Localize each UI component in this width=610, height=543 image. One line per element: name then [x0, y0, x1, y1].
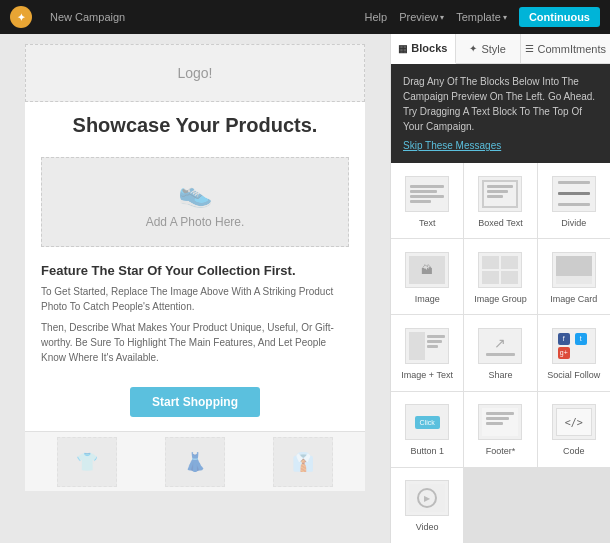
bottom-thumb-1: 👕	[57, 437, 117, 487]
template-dropdown[interactable]: Template ▾	[456, 11, 507, 23]
block-video-label: Video	[416, 522, 439, 532]
commitments-tab-icon: ☰	[525, 43, 534, 54]
email-bottom-section: 👕 👗 👔	[25, 431, 365, 491]
block-code[interactable]: </> Code	[538, 392, 610, 467]
line-4	[410, 200, 430, 203]
block-share[interactable]: ↗ Share	[464, 315, 536, 390]
block-image-group[interactable]: Image Group	[464, 239, 536, 314]
play-icon: ▶	[417, 488, 437, 508]
new-campaign-button[interactable]: New Campaign	[44, 9, 131, 25]
email-cta-section: Start Shopping	[25, 379, 365, 431]
it-image	[409, 332, 425, 360]
video-preview: ▶	[405, 480, 449, 516]
block-button[interactable]: Click Button 1	[391, 392, 463, 467]
block-image-label: Image	[415, 294, 440, 304]
footer-preview	[478, 404, 522, 440]
text-preview	[405, 176, 449, 212]
panel-tabs: ▦ Blocks ✦ Style ☰ CommItments	[391, 34, 610, 64]
googleplus-icon: g+	[558, 347, 570, 359]
cta-button[interactable]: Start Shopping	[130, 387, 260, 417]
headline-text: Showcase Your Products.	[73, 114, 318, 136]
skip-messages-link[interactable]: Skip These Messages	[403, 140, 501, 151]
block-image-card[interactable]: Image Card	[538, 239, 610, 314]
preview-dropdown[interactable]: Preview ▾	[399, 11, 444, 23]
block-image-text[interactable]: Image + Text	[391, 315, 463, 390]
block-image-text-label: Image + Text	[401, 370, 453, 380]
block-boxed-label: Boxed Text	[478, 218, 522, 228]
block-boxed-text[interactable]: Boxed Text	[464, 163, 536, 238]
block-image[interactable]: 🏔 Image	[391, 239, 463, 314]
image-group-preview	[478, 252, 522, 288]
twitter-icon: t	[575, 333, 587, 345]
divide-line-3	[558, 203, 590, 206]
it-line-2	[427, 340, 441, 343]
block-image-card-label: Image Card	[550, 294, 597, 304]
blocks-grid: Text Boxed Text	[391, 163, 610, 543]
image-text-preview	[405, 328, 449, 364]
main-layout: Logo! Showcase Your Products. 👟 Add A Ph…	[0, 34, 610, 543]
tab-blocks-label: Blocks	[411, 42, 447, 54]
share-arrow-icon: ↗	[494, 335, 506, 351]
email-photo-section: 👟 Add A Photo Here.	[41, 157, 349, 247]
block-footer[interactable]: Footer*	[464, 392, 536, 467]
preview-label: Preview	[399, 11, 438, 23]
footer-line-1	[486, 412, 514, 415]
it-text	[427, 332, 445, 360]
boxed-line-3	[487, 195, 503, 198]
text-preview-lines	[406, 181, 448, 207]
block-divide[interactable]: Divide	[538, 163, 610, 238]
body-heading: Feature The Star Of Your Collection Firs…	[41, 263, 349, 278]
email-logo-section: Logo!	[25, 44, 365, 102]
template-label: Template	[456, 11, 501, 23]
boxed-line-1	[487, 185, 513, 188]
block-button-label: Button 1	[410, 446, 444, 456]
logo-symbol: ✦	[17, 12, 25, 23]
share-line	[486, 353, 515, 356]
image-card-preview	[552, 252, 596, 288]
img-small-1	[482, 256, 499, 269]
email-content: Logo! Showcase Your Products. 👟 Add A Ph…	[25, 44, 365, 491]
template-chevron-icon: ▾	[503, 13, 507, 22]
boxed-preview	[478, 176, 522, 212]
code-preview-box: </>	[556, 408, 592, 436]
continuous-button[interactable]: Continuous	[519, 7, 600, 27]
block-text-label: Text	[419, 218, 436, 228]
share-preview-box: ↗	[482, 335, 518, 356]
code-preview: </>	[552, 404, 596, 440]
img-small-3	[482, 271, 499, 284]
img-small-2	[501, 256, 518, 269]
line-1	[410, 185, 444, 188]
right-panel: ▦ Blocks ✦ Style ☰ CommItments Drag Any …	[390, 34, 610, 543]
image-preview: 🏔	[405, 252, 449, 288]
card-preview-box	[556, 256, 592, 284]
instruction-box: Drag Any Of The Blocks Below Into The Ca…	[391, 64, 610, 163]
block-share-label: Share	[488, 370, 512, 380]
tab-style[interactable]: ✦ Style	[456, 34, 521, 63]
top-navbar: ✦ New Campaign Help Preview ▾ Template ▾…	[0, 0, 610, 34]
image-preview-box: 🏔	[409, 256, 445, 284]
tab-blocks[interactable]: ▦ Blocks	[391, 34, 456, 64]
divide-preview-lines	[556, 179, 592, 208]
tab-commitments[interactable]: ☰ CommItments	[521, 34, 610, 63]
card-top	[556, 256, 592, 276]
divide-line-1	[558, 181, 590, 184]
block-video[interactable]: ▶ Video	[391, 468, 463, 543]
block-divide-label: Divide	[561, 218, 586, 228]
it-line-3	[427, 345, 438, 348]
body-paragraph-2: Then, Describe What Makes Your Product U…	[41, 320, 349, 365]
help-link[interactable]: Help	[365, 11, 388, 23]
style-tab-icon: ✦	[469, 43, 477, 54]
instruction-text: Drag Any Of The Blocks Below Into The Ca…	[403, 74, 598, 134]
block-text[interactable]: Text	[391, 163, 463, 238]
logo-placeholder-text: Logo!	[177, 65, 212, 81]
email-canvas: Logo! Showcase Your Products. 👟 Add A Ph…	[0, 34, 390, 543]
footer-preview-box	[482, 408, 518, 436]
block-social-follow[interactable]: f t g+ Social Follow	[538, 315, 610, 390]
block-code-label: Code	[563, 446, 585, 456]
social-preview: f t g+	[552, 328, 596, 364]
divide-line-2	[558, 192, 590, 195]
line-3	[410, 195, 444, 198]
preview-chevron-icon: ▾	[440, 13, 444, 22]
boxed-line-2	[487, 190, 508, 193]
shoe-icon: 👟	[178, 176, 213, 209]
